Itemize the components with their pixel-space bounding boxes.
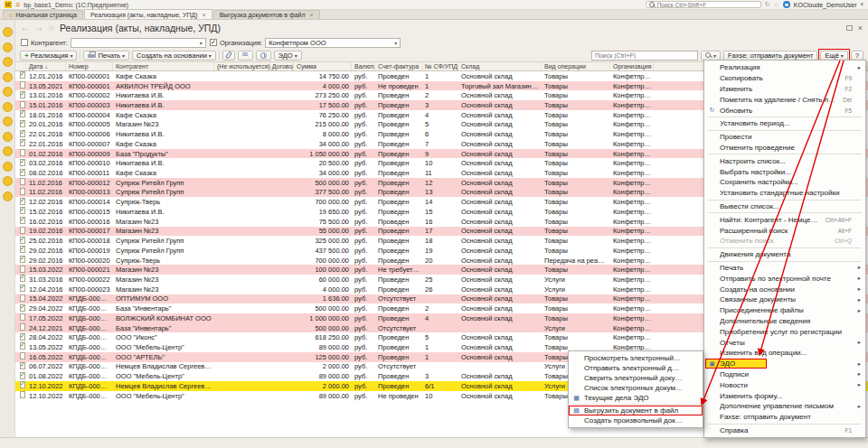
edo-submenu-item[interactable]: ▤Выгрузить документ в файл <box>569 406 703 415</box>
more-menu-item[interactable]: Движения документа <box>704 249 865 260</box>
edo-button[interactable]: ЭДО ▾ <box>274 51 302 61</box>
column-header[interactable]: Склад <box>458 62 542 70</box>
more-menu-item[interactable]: СправкаF1 <box>704 425 865 436</box>
favorites-icon[interactable]: ☆ <box>774 1 779 8</box>
more-menu-item[interactable]: Установить стандартные настройки <box>704 188 865 199</box>
more-menu-item[interactable]: Faxse: отправить документ <box>704 412 865 423</box>
more-menu-item[interactable]: Реализация▸ <box>704 62 865 73</box>
more-menu-item[interactable]: Сохранить настройки... <box>704 177 865 188</box>
list-search-box[interactable] <box>591 51 698 61</box>
search-options-button[interactable]: ▾ <box>701 51 721 61</box>
column-header[interactable]: Вид операции <box>542 62 610 70</box>
more-menu-item[interactable]: Отчеты▸ <box>704 337 865 348</box>
section-icon[interactable] <box>3 42 13 52</box>
organization-filter-checkbox[interactable] <box>210 39 217 46</box>
section-icon[interactable] <box>3 132 13 142</box>
global-search-input[interactable] <box>657 2 758 8</box>
open-in-window-icon[interactable] <box>846 25 853 31</box>
help-button[interactable]: ? <box>851 51 863 61</box>
section-icon[interactable] <box>3 57 13 67</box>
edo-submenu-item[interactable]: Создать произвольный документ <box>569 415 703 425</box>
more-menu-item[interactable]: Создать на основании▸ <box>704 284 865 294</box>
create-document-button[interactable]: + Реализация ▾ <box>20 51 77 61</box>
chevron-down-icon[interactable]: ▾ <box>200 40 203 46</box>
tab-sales[interactable]: Реализация (акты, накладные, УПД)× <box>84 9 212 19</box>
section-icon[interactable] <box>3 146 13 156</box>
section-icon[interactable] <box>3 72 13 82</box>
tab-close-icon[interactable]: × <box>203 12 206 18</box>
reminders-button[interactable] <box>256 51 271 61</box>
more-menu-item[interactable]: ИзменитьF2 <box>704 84 865 95</box>
column-header[interactable]: Валюта <box>352 62 375 70</box>
counterparty-filter-checkbox[interactable] <box>21 39 28 46</box>
more-menu-item[interactable]: Связанные документы▸ <box>704 294 865 305</box>
print-button[interactable]: Печать ▾ <box>83 51 129 61</box>
more-menu-item[interactable]: ↻ОбновитьF5 <box>704 105 865 116</box>
more-menu-item[interactable]: Присоединенные файлы▸ <box>704 305 865 316</box>
more-menu-item[interactable]: Дополнение управление письмом▸ <box>704 401 865 412</box>
back-arrow-icon[interactable]: ← <box>21 23 30 33</box>
edo-submenu-item[interactable]: Просмотреть электронный документ <box>569 353 703 363</box>
organization-filter-combo[interactable]: Конфетпром ООО ▾ <box>265 38 401 48</box>
section-icon[interactable] <box>3 191 13 201</box>
more-menu-item[interactable]: Приобретение услуг по регистрации <box>704 326 865 337</box>
chevron-down-icon[interactable]: ▾ <box>394 40 397 46</box>
section-icon[interactable] <box>3 102 13 112</box>
list-search-input[interactable] <box>595 52 694 59</box>
user-avatar[interactable]: ☻ <box>783 1 790 8</box>
more-menu-item[interactable]: Расширенный поискAlt+F <box>704 225 865 236</box>
create-based-on-button[interactable]: Создать на основании ▾ <box>132 51 216 61</box>
more-menu-item[interactable]: Изменить вид операции... <box>704 348 865 359</box>
column-header[interactable]: Сумма <box>294 62 352 70</box>
more-menu-item[interactable]: Установить период... <box>704 118 865 129</box>
close-form-icon[interactable]: × <box>858 24 863 33</box>
section-icon[interactable] <box>3 162 13 172</box>
more-menu-item[interactable]: ▣ЭДО▸ <box>704 359 865 369</box>
column-header[interactable]: Дата ↓ <box>26 62 66 70</box>
column-header[interactable]: Организация <box>610 62 654 70</box>
section-icon[interactable] <box>3 117 13 126</box>
edo-submenu-item[interactable]: Сверить электронный документ <box>569 373 703 383</box>
column-header[interactable]: (Не используется) Договор <box>214 62 294 70</box>
more-menu-item[interactable]: Настроить список... <box>704 155 865 166</box>
more-menu-item[interactable]: Подписи▸ <box>704 369 865 380</box>
more-menu-item[interactable]: Отменить проведение <box>704 143 865 154</box>
more-menu-item[interactable]: Провести <box>704 132 865 143</box>
more-menu-item[interactable]: Изменить форму... <box>704 390 865 401</box>
more-menu-item[interactable]: СкопироватьF9 <box>704 73 865 84</box>
tab-close-icon[interactable]: × <box>310 12 314 18</box>
counterparty-filter-combo[interactable]: ▾ <box>71 38 206 48</box>
edo-submenu-item[interactable]: ▦Текущие дела ЭДО <box>569 393 703 403</box>
tab-home[interactable]: ⌂Начальная страница <box>3 10 83 19</box>
favorite-star-icon[interactable]: ☆ <box>48 23 55 33</box>
tab-export[interactable]: Выгрузка документов в файл× <box>213 10 320 19</box>
send-email-button[interactable]: ✉ <box>238 51 253 61</box>
more-menu-item[interactable]: Выбрать настройки... <box>704 166 865 177</box>
column-header[interactable]: Счет-фактура <box>375 62 422 70</box>
section-icon[interactable] <box>3 27 13 37</box>
cell-counterparty: ООО "Иконс" <box>113 333 214 341</box>
column-header[interactable]: Контрагент <box>113 62 214 70</box>
column-header[interactable]: № СФ/УПД <box>422 62 458 70</box>
section-icon[interactable] <box>3 87 13 97</box>
edo-submenu-item[interactable]: Отправить электронный документ <box>569 363 703 373</box>
more-menu-item[interactable]: Печать▸ <box>704 263 865 274</box>
more-menu-item[interactable]: Пометить на удаление / Снять пометкуDel <box>704 94 865 105</box>
more-menu-item[interactable]: Отправить по электронной почте▸ <box>704 273 865 284</box>
section-icon[interactable] <box>3 176 13 186</box>
menu-item-label: Изменить форму... <box>720 392 845 400</box>
fax-send-button[interactable]: Faxse: отправить документ <box>723 51 818 61</box>
more-menu-item[interactable]: Дополнительные сведения <box>704 316 865 327</box>
more-menu-item[interactable]: Вывести список... <box>704 201 865 212</box>
column-header[interactable]: Номер <box>66 62 113 70</box>
chevron-down-icon[interactable]: ▾ <box>860 1 863 8</box>
main-menu-icon[interactable]: ≡ <box>15 1 20 9</box>
edo-submenu-item[interactable]: Список электронных документов <box>569 383 703 393</box>
attachments-button[interactable] <box>222 51 235 61</box>
history-icon[interactable]: ↻ <box>765 1 770 8</box>
global-search-box[interactable] <box>646 1 761 8</box>
forward-arrow-icon[interactable]: → <box>34 23 43 33</box>
more-button[interactable]: Ещё ▾ <box>820 51 847 61</box>
more-menu-item[interactable]: Найти: Контрагент - Немцев Владислав Сер… <box>704 214 865 225</box>
more-menu-item[interactable]: Новости▸ <box>704 379 865 390</box>
